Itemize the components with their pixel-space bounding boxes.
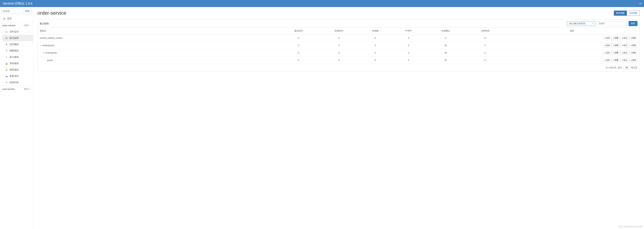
page-title: order-service [38, 10, 66, 16]
app-search-button[interactable]: 搜索 [23, 8, 32, 14]
op-auth-button[interactable]: +授权 [629, 51, 638, 55]
cell-block_qps: 0 [319, 49, 359, 56]
nav-cluster-point[interactable]: ☰簇点链路 [2, 35, 33, 41]
op-auth-button[interactable]: +授权 [629, 43, 638, 47]
nav-realtime[interactable]: ⫾⫾实时监控 [2, 28, 33, 35]
cell-min_pass: 35 [426, 42, 465, 49]
resource-name: sentinel_default_context [40, 37, 62, 39]
app-header: Sentinel 控制台 1.8.6 ↪ [0, 0, 644, 7]
nav-group-label: user-service [2, 88, 15, 90]
plus-icon: + [622, 44, 623, 46]
plus-icon: + [613, 52, 614, 54]
plus-icon: + [604, 44, 606, 46]
op-hot-button[interactable]: +热点 [620, 51, 629, 55]
view-tree-button[interactable]: 树状视图 [614, 10, 627, 16]
content-area: order-service 树状视图 列表视图 簇点链路 192.168.3.9… [33, 7, 644, 229]
cell-avg_rt: 0 [391, 49, 426, 56]
tree-toggle-icon[interactable]: ▼ [40, 45, 42, 46]
op-flow-button[interactable]: +流控 [603, 51, 611, 55]
nav-auth-rule[interactable]: ☑授权规则 [2, 67, 33, 73]
op-degrade-button[interactable]: +熔断 [612, 36, 620, 40]
nav-group-count: (1/2)﹀ [24, 24, 31, 27]
machine-select[interactable]: 192.168.3.9:8720 [567, 21, 595, 26]
page-size-input[interactable] [623, 66, 630, 70]
nav-group-count: (0/1)﹀ [24, 88, 31, 90]
cell-block_qps: 0 [319, 56, 359, 64]
op-flow-button[interactable]: +流控 [603, 43, 611, 47]
watermark: CSDN @落魄程序员在线炒粉8 [618, 226, 642, 228]
op-flow-button[interactable]: +流控 [603, 36, 611, 40]
ops-cell: +流控+熔断+热点+授权 [505, 49, 640, 56]
table-row: goods0000350+流控+熔断+热点+授权 [38, 56, 640, 64]
op-hot-button[interactable]: +热点 [620, 43, 629, 47]
cell-min_block: 0 [466, 49, 505, 56]
nav-hot-rule[interactable]: ♨热点规则 [2, 54, 33, 60]
op-flow-button[interactable]: +流控 [603, 58, 611, 62]
table-row: ▼/order/goods0000350+流控+熔断+热点+授权 [38, 49, 640, 56]
col-block-qps: 拒绝QPS [319, 28, 359, 34]
app-title: Sentinel 控制台 1.8.6 [3, 1, 32, 6]
plus-icon: + [631, 44, 632, 46]
op-auth-button[interactable]: +授权 [629, 36, 638, 40]
plus-icon: + [622, 37, 623, 39]
lock-icon: 🔒 [5, 62, 8, 65]
op-degrade-button[interactable]: +熔断 [612, 43, 620, 47]
main-container: 搜索 ◔ 首页 order-service (1/2)﹀ ⫾⫾实时监控 ☰簇点链… [0, 7, 644, 229]
col-avg-rt: 平均RT [391, 28, 426, 34]
nav-sub-order-service: ⫾⫾实时监控 ☰簇点链路 ▼流控规则 ϟ熔断规则 ♨热点规则 🔒系统规则 ☑授权… [0, 28, 33, 86]
nav-machine-list[interactable]: ≡机器列表 [2, 79, 33, 86]
tree-toggle-icon[interactable]: ▼ [42, 52, 44, 54]
view-toggle: 树状视图 列表视图 [614, 10, 640, 16]
cell-pass_qps: 0 [278, 42, 319, 49]
col-min-block: 分钟拒绝 [466, 28, 505, 34]
list-icon: ☰ [5, 37, 8, 39]
resource-cell: sentinel_default_context [38, 34, 278, 42]
nav-home[interactable]: ◔ 首页 [0, 15, 33, 22]
op-auth-button[interactable]: +授权 [629, 58, 638, 62]
keyword-input[interactable] [597, 21, 627, 26]
cell-avg_rt: 0 [391, 42, 426, 49]
plus-icon: + [631, 59, 632, 61]
cell-min_pass: 35 [426, 56, 465, 64]
check-icon: ☑ [5, 68, 8, 71]
col-resource: 资源名 [38, 28, 278, 34]
ops-cell: +流控+熔断+热点+授权 [505, 56, 640, 64]
op-hot-button[interactable]: +热点 [620, 36, 629, 40]
cell-pass_qps: 0 [278, 49, 319, 56]
app-search-row: 搜索 [0, 7, 33, 15]
chart-icon: ⫾⫾ [5, 30, 8, 33]
resource-cell: ▼/order/goods [38, 42, 278, 49]
chevron-down-icon: ﹀ [29, 88, 31, 90]
plus-icon: + [604, 59, 606, 61]
col-thread: 并发数 [359, 28, 391, 34]
op-degrade-button[interactable]: +熔断 [612, 51, 620, 55]
logout-icon[interactable]: ↪ [639, 2, 641, 5]
nav-group-order-service[interactable]: order-service (1/2)﹀ [0, 22, 33, 28]
resource-name: goods [47, 59, 53, 61]
panel-controls: 192.168.3.9:8720 刷新 [567, 21, 638, 26]
nav-flow-rule[interactable]: ▼流控规则 [2, 41, 33, 47]
fire-icon: ♨ [5, 56, 8, 58]
refresh-button[interactable]: 刷新 [629, 21, 638, 26]
cell-thread: 0 [359, 56, 391, 64]
op-degrade-button[interactable]: +熔断 [612, 58, 620, 62]
app-search-input[interactable] [2, 8, 23, 14]
pagination-suffix: 条记录 [631, 66, 638, 69]
cell-min_block: 0 [466, 34, 505, 42]
nav-system-rule[interactable]: 🔒系统规则 [2, 60, 33, 67]
menu-icon: ≡ [5, 81, 8, 84]
nav-degrade-rule[interactable]: ϟ熔断规则 [2, 47, 33, 54]
plus-icon: + [622, 52, 623, 54]
nav-group-user-service[interactable]: user-service (0/1)﹀ [0, 86, 33, 92]
col-min-pass: 分钟通过 [426, 28, 465, 34]
panel-title: 簇点链路 [40, 22, 49, 25]
cell-avg_rt: 0 [391, 34, 426, 42]
op-hot-button[interactable]: +热点 [620, 58, 629, 62]
view-list-button[interactable]: 列表视图 [627, 10, 640, 16]
panel-head: 簇点链路 192.168.3.9:8720 刷新 [38, 19, 640, 28]
clock-icon: ◔ [2, 17, 6, 20]
resource-panel: 簇点链路 192.168.3.9:8720 刷新 资源名 通过QPS 拒绝QPS… [38, 19, 640, 71]
cell-avg_rt: 0 [391, 56, 426, 64]
nav-cluster-flow[interactable]: ☁集群流控 [2, 73, 33, 79]
plus-icon: + [622, 59, 623, 61]
